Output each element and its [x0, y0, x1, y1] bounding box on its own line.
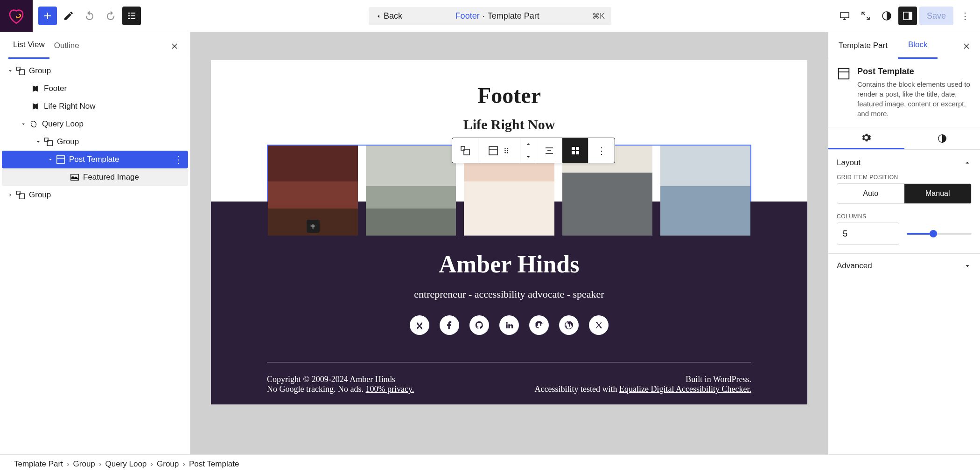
tree-item-life-right-now[interactable]: Life Right Now	[2, 97, 188, 115]
post-item[interactable]	[660, 146, 750, 236]
chevron-right-icon[interactable]	[6, 190, 15, 200]
crumb-item[interactable]: Group	[157, 459, 179, 469]
post-item[interactable]	[366, 146, 456, 236]
subtab-styles[interactable]	[904, 127, 980, 149]
tab-outline[interactable]: Outline	[49, 32, 84, 59]
github-icon	[475, 320, 484, 330]
select-parent-button[interactable]	[452, 138, 478, 163]
grid-item-position-toggle: Auto Manual	[837, 183, 972, 204]
block-type-button[interactable]	[478, 138, 520, 163]
columns-slider[interactable]	[907, 233, 972, 235]
layout-section-toggle[interactable]: Layout	[837, 158, 972, 167]
redo-button[interactable]	[101, 7, 120, 25]
back-button[interactable]: Back	[375, 11, 402, 21]
document-overview-panel: List View Outline Group Footer Life Righ…	[0, 32, 190, 454]
footer-name[interactable]: Amber Hinds	[267, 250, 751, 278]
social-facebook[interactable]	[440, 315, 459, 335]
add-block-inline-button[interactable]: +	[307, 220, 320, 233]
close-settings-button[interactable]	[959, 39, 973, 53]
tree-item-query-loop[interactable]: Query Loop	[2, 115, 188, 133]
tree-item-footer[interactable]: Footer	[2, 80, 188, 97]
privacy-row[interactable]: No Google tracking. No ads. 100% privacy…	[267, 384, 414, 394]
redo-icon	[105, 10, 116, 21]
save-button: Save	[919, 7, 953, 25]
tree-item-group-inner[interactable]: Group	[2, 133, 188, 151]
post-item[interactable]: +	[268, 146, 358, 236]
chevron-down-icon[interactable]	[6, 66, 15, 76]
site-logo[interactable]	[0, 0, 33, 32]
social-linkedin[interactable]	[499, 315, 519, 335]
styles-button[interactable]	[877, 7, 896, 25]
tab-template-part[interactable]: Template Part	[828, 32, 898, 59]
copyright-text[interactable]: Copyright © 2009-2024 Amber Hinds	[267, 375, 414, 384]
document-overview-button[interactable]	[122, 7, 141, 25]
crumb-item[interactable]: Query Loop	[105, 459, 147, 469]
edit-tool-button[interactable]	[59, 7, 78, 25]
add-block-button[interactable]	[38, 7, 57, 25]
tree-item-options-button[interactable]	[174, 154, 183, 165]
undo-button[interactable]	[80, 7, 99, 25]
svg-rect-24	[576, 151, 579, 154]
chevron-right-icon: ›	[99, 459, 102, 469]
chevron-left-icon	[375, 13, 382, 20]
crumb-item[interactable]: Post Template	[189, 459, 239, 469]
zoom-out-button[interactable]	[856, 7, 875, 25]
template-page: Footer Life Right Now + Amber Hinds entr…	[211, 60, 807, 404]
built-in-text[interactable]: Built in WordPress.	[535, 375, 751, 384]
svg-rect-3	[17, 67, 20, 70]
settings-sidebar-button[interactable]	[898, 7, 917, 25]
close-panel-button[interactable]	[168, 39, 182, 53]
slider-thumb[interactable]	[930, 230, 937, 237]
back-label: Back	[384, 11, 402, 21]
options-menu-button[interactable]	[956, 7, 974, 25]
block-more-options-button[interactable]	[588, 138, 615, 163]
chevron-right-icon: ›	[182, 459, 185, 469]
social-github[interactable]	[469, 315, 489, 335]
svg-point-19	[504, 152, 506, 153]
toggle-manual[interactable]: Manual	[904, 184, 972, 203]
tree-item-post-template[interactable]: Post Template	[2, 151, 188, 168]
grid-view-button[interactable]	[562, 138, 588, 163]
tab-list-view[interactable]: List View	[8, 32, 49, 59]
chevron-down-icon[interactable]	[19, 119, 28, 129]
a11y-checker-link[interactable]: Equalize Digital Accessibility Checker.	[619, 384, 751, 394]
social-links-row	[267, 315, 751, 335]
social-bluesky[interactable]	[410, 315, 429, 335]
editor-canvas[interactable]: Footer Life Right Now + Amber Hinds entr…	[190, 32, 828, 454]
footer-heading[interactable]: Footer	[211, 83, 807, 108]
privacy-link[interactable]: 100% privacy.	[365, 384, 414, 394]
keyboard-shortcut-hint: ⌘K	[592, 12, 605, 21]
social-wordpress[interactable]	[559, 315, 579, 335]
chevron-down-icon[interactable]	[34, 137, 43, 146]
move-down-button[interactable]	[520, 151, 536, 163]
tab-block[interactable]: Block	[898, 32, 938, 59]
align-button[interactable]	[536, 138, 562, 163]
svg-rect-2	[909, 12, 912, 20]
close-icon	[962, 42, 971, 51]
tree-item-group-collapsed[interactable]: Group	[2, 186, 188, 204]
pencil-icon	[63, 10, 74, 21]
chevron-down-icon	[525, 153, 532, 160]
view-desktop-button[interactable]	[835, 7, 854, 25]
social-x[interactable]	[589, 315, 609, 335]
social-mastodon[interactable]	[529, 315, 549, 335]
subheading[interactable]: Life Right Now	[211, 117, 807, 132]
drag-handle-icon[interactable]	[502, 146, 511, 155]
chevron-down-icon[interactable]	[46, 155, 55, 164]
toggle-auto[interactable]: Auto	[837, 184, 904, 203]
wordpress-icon	[564, 320, 574, 330]
a11y-row[interactable]: Accessibility tested with Equalize Digit…	[535, 384, 751, 394]
tree-item-group[interactable]: Group	[2, 62, 188, 80]
svg-rect-9	[17, 191, 20, 195]
svg-point-15	[504, 148, 506, 149]
columns-input[interactable]	[837, 223, 899, 245]
tree-item-featured-image[interactable]: Featured Image	[2, 168, 188, 186]
footer-tagline[interactable]: entrepreneur - accessibility advocate - …	[267, 288, 751, 300]
move-up-button[interactable]	[520, 138, 536, 151]
advanced-section-toggle[interactable]: Advanced	[828, 253, 980, 278]
crumb-item[interactable]: Template Part	[14, 459, 63, 469]
template-part-link[interactable]: Footer	[455, 11, 480, 21]
crumb-item[interactable]: Group	[73, 459, 95, 469]
subtab-settings[interactable]	[828, 127, 904, 149]
svg-rect-7	[57, 156, 65, 164]
